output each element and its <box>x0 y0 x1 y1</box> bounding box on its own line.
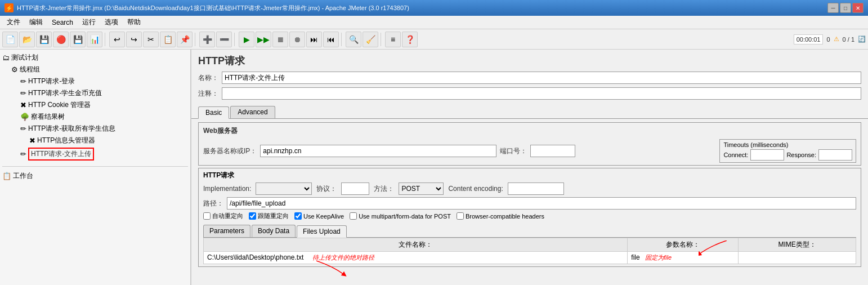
connect-input[interactable] <box>750 149 784 161</box>
proto-input[interactable] <box>341 182 369 195</box>
tree-item-plan[interactable]: 🗂 测试计划 <box>2 52 188 64</box>
toolbar-paste[interactable]: 📌 <box>177 32 193 47</box>
tree-item-workspace[interactable]: 📋 工作台 <box>2 170 188 182</box>
toolbar-redo[interactable]: ↪ <box>126 32 142 47</box>
tree-item-cookie[interactable]: ✖ HTTP Cookie 管理器 <box>2 99 188 111</box>
encoding-input[interactable] <box>508 182 564 195</box>
tree-label-login: HTTP请求-登录 <box>28 77 75 86</box>
main-tab-bar: Basic Advanced <box>191 104 868 119</box>
sub-tab-parameters[interactable]: Parameters <box>203 225 250 237</box>
sub-tab-files-upload[interactable]: Files Upload <box>297 225 347 238</box>
checkbox-browser-compat[interactable]: Browser-compatible headers <box>457 212 544 220</box>
recharge-icon: ✏ <box>20 89 26 97</box>
impl-select[interactable] <box>256 182 312 195</box>
toolbar-sep2 <box>195 33 197 46</box>
filename-value: C:\Users\lidal\Desktop\phone.txt <box>207 253 303 261</box>
tree-item-tree[interactable]: 🌳 察看结果树 <box>2 111 188 123</box>
toolbar-report[interactable]: 📊 <box>87 32 102 47</box>
menu-options[interactable]: 选项 <box>100 16 123 28</box>
name-row: 名称： <box>191 70 868 86</box>
tab-basic[interactable]: Basic <box>198 106 229 119</box>
tree-item-upload[interactable]: ✏ HTTP请求-文件上传 <box>2 146 188 162</box>
cell-mime[interactable] <box>739 252 856 264</box>
tree-item-headers[interactable]: ✖ HTTP信息头管理器 <box>2 135 188 146</box>
ratio-icon: 🔄 <box>858 35 866 43</box>
keepalive-label: Use KeepAlive <box>303 213 344 220</box>
close-button[interactable]: ✕ <box>852 3 863 13</box>
http-section-title: HTTP请求 <box>203 171 856 180</box>
checkbox-auto-redirect[interactable]: 自动重定向 <box>203 212 243 220</box>
tree-icon: 🌳 <box>20 113 29 121</box>
panel-title: HTTP请求 <box>191 50 868 70</box>
follow-redirect-label: 跟随重定向 <box>258 212 289 220</box>
toolbar: 📄 📂 💾 🔴 💾 📊 ↩ ↪ ✂ 📋 📌 ➕ ➖ ▶ ▶▶ ⏹ ⏺ ⏭ ⏮ 🔍… <box>0 29 868 50</box>
comment-row: 注释： <box>191 86 868 101</box>
toolbar-open[interactable]: 📂 <box>19 32 35 47</box>
toolbar-cut[interactable]: ✂ <box>143 32 159 47</box>
toolbar-new[interactable]: 📄 <box>2 32 18 47</box>
checkbox-multipart[interactable]: Use multipart/form-data for POST <box>350 212 451 220</box>
menu-run[interactable]: 运行 <box>78 16 100 28</box>
comment-input[interactable] <box>222 87 861 100</box>
tree-item-threadgroup[interactable]: ⚙ 线程组 <box>2 64 188 75</box>
tree-label-upload: HTTP请求-文件上传 <box>28 148 94 161</box>
toolbar-remote[interactable]: ⏭ <box>306 32 322 47</box>
menu-help[interactable]: 帮助 <box>123 16 145 28</box>
toolbar-run[interactable]: ▶ <box>239 32 254 47</box>
path-input[interactable] <box>227 197 856 210</box>
menu-file[interactable]: 文件 <box>2 16 25 28</box>
window-controls[interactable]: ─ □ ✕ <box>827 3 863 13</box>
toolbar-undo[interactable]: ↩ <box>109 32 125 47</box>
toolbar-revert[interactable]: 🔴 <box>53 32 69 47</box>
toolbar-remote-stop[interactable]: ⏮ <box>323 32 339 47</box>
tree-item-login[interactable]: ✏ HTTP请求-登录 <box>2 75 188 87</box>
toolbar-help[interactable]: ❓ <box>402 32 418 47</box>
web-server-section: Web服务器 服务器名称或IP： 端口号： Timeouts (millisec… <box>198 122 861 166</box>
menu-bar: 文件 编辑 Search 运行 选项 帮助 <box>0 16 868 29</box>
name-label: 名称： <box>198 73 218 83</box>
toolbar-sep1 <box>105 33 107 46</box>
elapsed-time: 00:00:01 <box>794 34 824 44</box>
toolbar-sep4 <box>341 33 343 46</box>
response-input[interactable] <box>818 149 852 161</box>
col-mime: MIME类型： <box>739 238 856 252</box>
tree-label-recharge: HTTP请求-学生金币充值 <box>28 88 102 98</box>
headers-icon: ✖ <box>29 136 35 145</box>
cell-filename[interactable]: C:\Users\lidal\Desktop\phone.txt 待上传文件的绝… <box>204 252 628 264</box>
workspace-row[interactable]: 📋 工作台 <box>2 166 188 182</box>
method-select[interactable]: POST GET <box>399 182 444 195</box>
toolbar-collapse[interactable]: ➖ <box>216 32 232 47</box>
toolbar-search[interactable]: 🔍 <box>346 32 361 47</box>
minimize-button[interactable]: ─ <box>827 3 839 13</box>
name-input[interactable] <box>222 72 861 84</box>
menu-edit[interactable]: 编辑 <box>25 16 47 28</box>
cell-param[interactable]: file 固定为file <box>628 252 739 264</box>
toolbar-stop[interactable]: ⏹ <box>272 32 288 47</box>
menu-search[interactable]: Search <box>47 17 78 28</box>
maximize-button[interactable]: □ <box>840 3 851 13</box>
tab-advanced[interactable]: Advanced <box>230 106 275 118</box>
tree-label-plan: 测试计划 <box>11 53 38 63</box>
window-title: HTTP请求-Jmeter常用操作.jmx (D:\BaiduNetdiskDo… <box>17 4 827 12</box>
sub-tab-body-data[interactable]: Body Data <box>252 225 296 237</box>
toolbar-list[interactable]: ≡ <box>385 32 401 47</box>
checkbox-keepalive[interactable]: Use KeepAlive <box>294 212 344 220</box>
toolbar-clear[interactable]: 🧹 <box>363 32 378 47</box>
server-input[interactable] <box>260 145 496 157</box>
param-annotation: 固定为file <box>645 254 672 261</box>
param-arrow-icon <box>699 241 732 257</box>
port-input[interactable] <box>530 145 575 157</box>
toolbar-save[interactable]: 💾 <box>36 32 52 47</box>
path-label: 路径： <box>203 199 223 208</box>
toolbar-run-all[interactable]: ▶▶ <box>256 32 271 47</box>
toolbar-stop-all[interactable]: ⏺ <box>289 32 305 47</box>
checkbox-follow-redirect[interactable]: 跟随重定向 <box>249 212 289 220</box>
files-upload-area: 文件名称： 参数名称： MIME类型： C:\Users\lidal\Deskt… <box>203 238 856 264</box>
toolbar-expand[interactable]: ➕ <box>199 32 215 47</box>
toolbar-copy[interactable]: 📋 <box>160 32 176 47</box>
cookie-icon: ✖ <box>20 101 26 109</box>
app-icon: ⚡ <box>5 3 14 12</box>
tree-item-getall[interactable]: ✏ HTTP请求-获取所有学生信息 <box>2 123 188 135</box>
tree-item-recharge[interactable]: ✏ HTTP请求-学生金币充值 <box>2 87 188 99</box>
toolbar-saveas[interactable]: 💾 <box>70 32 86 47</box>
